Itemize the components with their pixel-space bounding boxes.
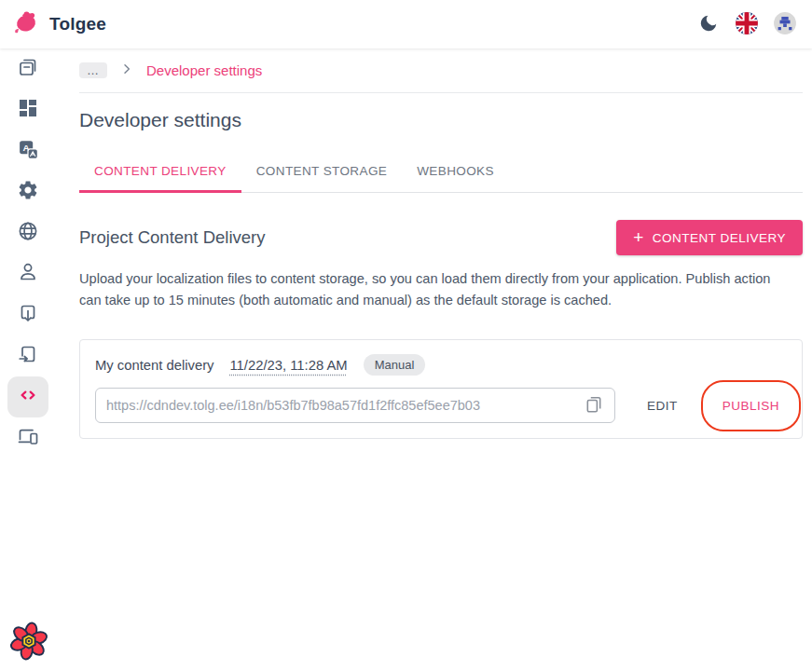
dashboard-grid-icon (17, 97, 39, 123)
add-content-delivery-label: CONTENT DELIVERY (653, 231, 786, 245)
language-selector[interactable] (735, 12, 759, 36)
delivery-url-field (95, 388, 615, 423)
tab-content-storage[interactable]: CONTENT STORAGE (241, 150, 403, 193)
globe-icon (17, 220, 39, 246)
devices-icon (17, 425, 39, 451)
sidebar-item-developer-settings[interactable] (7, 376, 48, 417)
tolgee-tools-flower-button[interactable] (7, 620, 50, 663)
plus-icon: + (633, 228, 644, 246)
sidebar-item-import[interactable] (7, 294, 48, 335)
delivery-name: My content delivery (95, 358, 213, 373)
main-content: … Developer settings Developer settings … (56, 48, 812, 670)
file-export-icon (17, 343, 39, 369)
settings-tabs: CONTENT DELIVERY CONTENT STORAGE WEBHOOK… (79, 150, 803, 193)
sidebar-item-members[interactable] (7, 253, 48, 294)
content-delivery-card: My content delivery 11/22/23, 11:28 AM M… (79, 339, 803, 439)
project-sidebar: A (0, 48, 56, 670)
projects-stack-icon (17, 56, 39, 82)
edit-delivery-button[interactable]: EDIT (641, 391, 683, 420)
sidebar-item-settings[interactable] (7, 171, 48, 212)
section-description: Upload your localization files to conten… (79, 268, 789, 310)
brand-home-link[interactable]: Tolgee (13, 8, 106, 40)
language-flag-uk-icon (735, 11, 759, 38)
tab-webhooks[interactable]: WEBHOOKS (402, 150, 509, 193)
person-icon (17, 261, 39, 287)
gear-icon (17, 179, 39, 205)
translate-icon: A (17, 138, 40, 165)
breadcrumb: … Developer settings (79, 48, 803, 93)
sidebar-item-export[interactable] (7, 335, 48, 376)
chevron-right-icon (119, 62, 134, 80)
breadcrumb-current-link[interactable]: Developer settings (146, 62, 262, 78)
sidebar-item-dashboard[interactable] (7, 89, 48, 130)
page-title: Developer settings (79, 109, 803, 131)
sidebar-item-integrate[interactable] (7, 417, 48, 458)
sidebar-item-languages[interactable] (7, 212, 48, 253)
user-avatar (773, 11, 797, 38)
publish-button[interactable]: PUBLISH (715, 391, 787, 420)
dark-mode-toggle[interactable] (696, 12, 721, 36)
delivery-last-published[interactable]: 11/22/23, 11:28 AM (229, 358, 347, 373)
dark-mode-moon-icon (698, 13, 719, 36)
section-title: Project Content Delivery (79, 227, 265, 248)
top-app-bar: Tolgee (0, 0, 812, 48)
user-menu-button[interactable] (773, 12, 797, 36)
flower-icon (7, 620, 50, 663)
sidebar-item-translations[interactable]: A (7, 130, 48, 171)
tolgee-mouse-icon (13, 8, 41, 40)
code-icon (17, 384, 39, 410)
file-import-icon (17, 302, 39, 328)
breadcrumb-collapse-button[interactable]: … (79, 62, 107, 78)
delivery-url-input[interactable] (106, 398, 579, 413)
add-content-delivery-button[interactable]: + CONTENT DELIVERY (616, 220, 803, 255)
tab-content-delivery[interactable]: CONTENT DELIVERY (79, 150, 241, 193)
brand-name: Tolgee (49, 14, 106, 34)
copy-icon (584, 394, 604, 417)
copy-url-button[interactable] (579, 390, 609, 420)
sidebar-item-projects[interactable] (7, 48, 48, 89)
publish-mode-badge: Manual (364, 354, 426, 376)
